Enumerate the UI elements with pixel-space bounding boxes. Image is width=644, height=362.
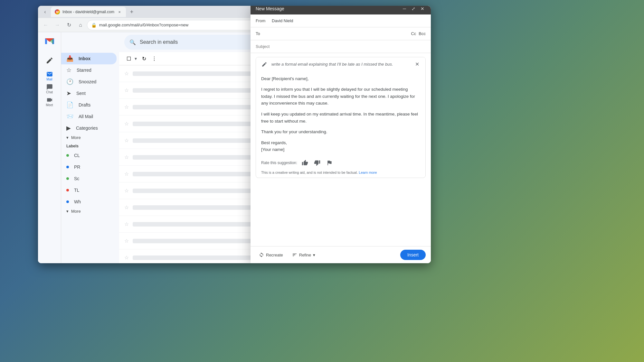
ai-prompt-text: write a formal email explaining that I'l…	[271, 62, 410, 67]
compose-sidebar-button[interactable]	[41, 51, 59, 70]
compose-footer: Recreate Refine ▾ Insert	[251, 246, 431, 263]
nav-reload-button[interactable]: ↻	[64, 20, 74, 30]
ai-close-button[interactable]: ✕	[413, 60, 421, 68]
insert-button[interactable]: Insert	[400, 250, 426, 260]
sidebar-label-tl[interactable]: TL	[61, 184, 117, 196]
label-tl-dot	[66, 189, 69, 191]
sidebar-item-categories[interactable]: ▶ Categories	[61, 122, 117, 134]
minimize-button[interactable]: ─	[401, 6, 408, 12]
labels-more-label: More	[71, 209, 81, 214]
ai-paragraph1: I regret to inform you that I will be sl…	[261, 86, 420, 107]
labels-more-button[interactable]: ▾ More	[61, 208, 119, 215]
sidebar-label-pr[interactable]: PR	[61, 161, 117, 173]
nav-home-button[interactable]: ⌂	[75, 20, 86, 30]
to-field-row[interactable]: To Cc Bcc	[251, 27, 431, 40]
star-icon[interactable]: ☆	[124, 154, 129, 160]
search-placeholder: Search in emails	[140, 39, 178, 45]
sidebar-more-button[interactable]: ▾ More	[61, 134, 119, 141]
tab-close-button[interactable]: ✕	[117, 9, 122, 14]
tab-favicon: M	[55, 9, 60, 14]
refresh-button[interactable]: ↻	[139, 54, 148, 63]
inbox-icon: 📥	[66, 55, 73, 62]
star-icon[interactable]: ☆	[124, 121, 129, 127]
sidebar-item-inbox[interactable]: 📥 Inbox	[61, 53, 117, 64]
close-button[interactable]: ✕	[419, 6, 426, 12]
sidebar-item-mail[interactable]: Mail	[41, 71, 59, 81]
star-icon[interactable]: ☆	[124, 171, 129, 177]
expand-button[interactable]: ⤢	[410, 6, 417, 12]
label-pr-text: PR	[74, 164, 80, 170]
sidebar-item-snoozed[interactable]: 🕐 Snoozed	[61, 76, 117, 88]
sidebar-item-drafts[interactable]: 📄 Drafts	[61, 99, 117, 111]
to-label: To	[256, 31, 272, 36]
chat-label: Chat	[46, 90, 53, 94]
nav-forward-button[interactable]: →	[52, 20, 62, 30]
gmail-nav-sidebar: 📥 Inbox ☆ Starred 🕐 Snoozed ➤ Sent 📄 Dra…	[61, 32, 119, 263]
new-message-header-icons: ─ ⤢ ✕	[401, 6, 426, 12]
sidebar-label-sc[interactable]: Sc	[61, 173, 117, 184]
new-message-header[interactable]: New Message ─ ⤢ ✕	[251, 6, 431, 14]
label-wh-text: Wh	[74, 199, 81, 204]
cc-button[interactable]: Cc	[411, 31, 416, 36]
label-wh-dot	[66, 200, 69, 203]
sidebar-item-all-mail[interactable]: 📨 All Mail	[61, 111, 117, 122]
new-message-dialog: New Message ─ ⤢ ✕ From David Nield To Cc…	[251, 6, 431, 263]
star-icon[interactable]: ☆	[124, 137, 129, 144]
sidebar-item-chat[interactable]: Chat	[41, 84, 59, 94]
to-input[interactable]	[272, 31, 411, 36]
more-chevron-icon: ▾	[66, 135, 69, 140]
ai-paragraph3: Thank you for your understanding.	[261, 128, 420, 135]
recreate-button[interactable]: Recreate	[256, 250, 286, 259]
sidebar-allmail-label: All Mail	[79, 114, 93, 119]
star-icon[interactable]: ☆	[124, 104, 129, 110]
select-dropdown-icon[interactable]: ▾	[135, 56, 137, 61]
from-value: David Nield	[272, 18, 426, 23]
star-icon[interactable]: ☆	[124, 255, 129, 261]
sidebar-item-starred[interactable]: ☆ Starred	[61, 64, 117, 76]
browser-back-control[interactable]: ‹	[41, 7, 50, 16]
sidebar-drafts-label: Drafts	[79, 102, 90, 107]
thumbs-up-button[interactable]	[300, 158, 309, 167]
new-message-title: New Message	[256, 6, 284, 11]
sidebar-label-wh[interactable]: Wh	[61, 196, 117, 208]
thumbs-down-button[interactable]	[313, 158, 322, 167]
snoozed-icon: 🕐	[66, 78, 73, 85]
ai-paragraph2: I will keep you updated on my estimated …	[261, 111, 420, 125]
gmail-logo	[43, 35, 56, 48]
star-icon[interactable]: ☆	[124, 204, 129, 210]
sidebar-categories-label: Categories	[76, 125, 98, 131]
subject-input[interactable]	[256, 44, 426, 49]
from-field-row: From David Nield	[251, 14, 431, 27]
sidebar-item-meet[interactable]: Meet	[41, 97, 59, 107]
mail-label: Mail	[46, 78, 52, 81]
active-tab[interactable]: M Inbox - davidnield@gmail.com ✕	[51, 7, 126, 17]
rate-label: Rate this suggestion:	[261, 161, 297, 165]
drafts-icon: 📄	[66, 101, 73, 108]
star-icon[interactable]: ☆	[124, 221, 129, 227]
label-sc-dot	[66, 177, 69, 180]
sidebar-item-sent[interactable]: ➤ Sent	[61, 88, 117, 99]
ai-pencil-icon	[260, 60, 268, 68]
label-sc-text: Sc	[74, 176, 79, 181]
sent-icon: ➤	[66, 90, 71, 97]
ai-disclaimer: This is a creative writing aid, and is n…	[256, 169, 425, 178]
sidebar-inbox-label: Inbox	[79, 56, 90, 61]
ai-salutation: Dear [Recipient's name],	[261, 75, 420, 82]
star-icon[interactable]: ☆	[124, 188, 129, 194]
learn-more-link[interactable]: Learn more	[359, 171, 377, 174]
select-all-checkbox[interactable]: ☐	[124, 54, 133, 63]
nav-back-button[interactable]: ←	[41, 20, 51, 30]
more-options-button[interactable]: ⋮	[150, 54, 159, 63]
sidebar-label-cl[interactable]: CL	[61, 150, 117, 161]
refine-label: Refine	[299, 253, 311, 257]
star-icon[interactable]: ☆	[124, 70, 129, 77]
bcc-button[interactable]: Bcc	[419, 31, 426, 36]
labels-section-header: Labels	[61, 141, 119, 150]
refine-button[interactable]: Refine ▾	[289, 250, 319, 259]
new-tab-button[interactable]: +	[127, 7, 136, 16]
compose-body[interactable]	[251, 182, 431, 246]
flag-button[interactable]	[325, 158, 334, 167]
star-icon[interactable]: ☆	[124, 238, 129, 244]
star-icon[interactable]: ☆	[124, 87, 129, 93]
subject-field-row[interactable]	[251, 40, 431, 53]
